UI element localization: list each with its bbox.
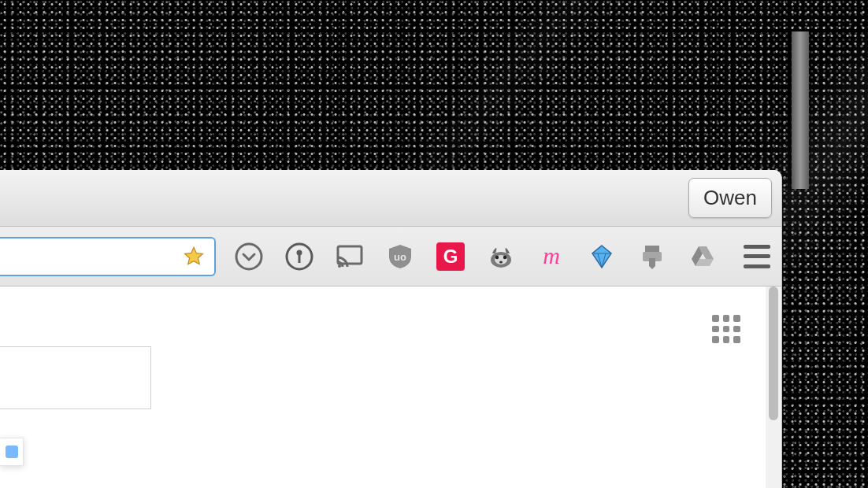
cast-icon[interactable] (336, 242, 364, 271)
toolbar: uo G m (0, 227, 781, 287)
download-icon[interactable] (638, 242, 666, 271)
svg-point-0 (236, 244, 262, 269)
m-extension-icon[interactable]: m (537, 242, 566, 271)
svg-point-12 (503, 255, 506, 258)
svg-rect-3 (299, 254, 301, 263)
svg-point-11 (495, 255, 499, 258)
funnel-extension-icon[interactable] (588, 242, 616, 271)
wallpaper-fence-post (792, 31, 809, 189)
browser-window: Owen uo G (0, 170, 782, 488)
svg-point-5 (338, 264, 341, 268)
address-bar[interactable] (0, 237, 216, 276)
profile-button[interactable]: Owen (688, 178, 772, 218)
ublock-icon[interactable]: uo (386, 242, 414, 271)
svg-text:m: m (543, 242, 560, 268)
extensions-area: uo G m (235, 242, 717, 271)
svg-rect-4 (338, 246, 362, 264)
page-content (0, 287, 781, 488)
svg-text:G: G (443, 246, 458, 267)
scrollbar-thumb[interactable] (769, 287, 778, 420)
svg-text:uo: uo (394, 251, 406, 263)
result-card[interactable] (0, 438, 24, 466)
svg-rect-15 (645, 246, 659, 252)
onepassword-icon[interactable] (285, 242, 313, 271)
svg-point-13 (499, 261, 503, 263)
google-drive-icon[interactable] (688, 242, 717, 271)
card-thumbnail (6, 445, 18, 458)
scrollbar-track[interactable] (766, 287, 781, 488)
bookmark-star-icon[interactable] (183, 246, 205, 268)
tab-strip: Owen (0, 170, 781, 227)
g-extension-icon[interactable]: G (436, 242, 465, 271)
privacy-badger-icon[interactable] (487, 242, 515, 271)
pocket-icon[interactable] (235, 242, 263, 271)
hamburger-menu-button[interactable] (744, 242, 770, 271)
search-input[interactable] (0, 346, 151, 409)
apps-grid-button[interactable] (712, 315, 740, 343)
